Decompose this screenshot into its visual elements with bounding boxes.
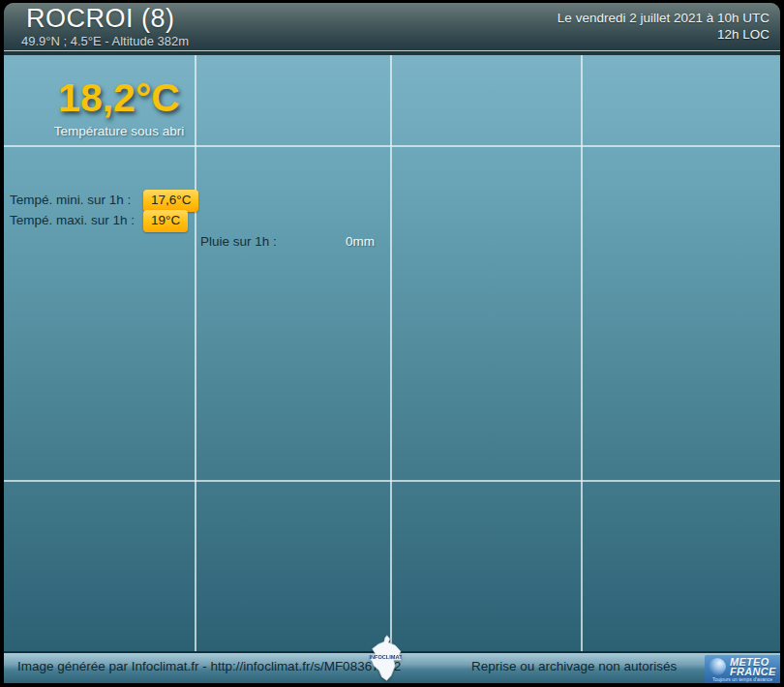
rain-label: Pluie sur 1h : [200, 232, 346, 252]
copyright-notice: Reprise ou archivage non autorisés [471, 659, 677, 673]
temp-min-label: Tempé. mini. sur 1h : [10, 191, 143, 210]
meteo-france-logo: METEO FRANCE Toujours un temps d'avance [705, 655, 780, 683]
datetime-local: 12h LOC [558, 26, 769, 43]
datetime-utc: Le vendredi 2 juillet 2021 à 10h UTC [558, 10, 769, 26]
infoclimat-logo: INFOCLIMAT [370, 635, 402, 682]
grid-line-horizontal [4, 145, 780, 147]
datetime-block: Le vendredi 2 juillet 2021 à 10h UTC 12h… [558, 10, 769, 43]
rain-value: 0mm [346, 234, 375, 249]
current-temperature-value: 18,2°C [39, 75, 199, 121]
station-coordinates: 49.9°N ; 4.5°E - Altitude 382m [21, 34, 189, 48]
header: ROCROI (8) 49.9°N ; 4.5°E - Altitude 382… [4, 3, 780, 50]
rain-row: Pluie sur 1h :0mm [200, 231, 375, 251]
temp-min-row: Tempé. mini. sur 1h :17,6°C [10, 190, 198, 209]
weather-widget: ROCROI (8) 49.9°N ; 4.5°E - Altitude 382… [4, 3, 780, 683]
meteo-france-wordmark: METEO FRANCE [730, 657, 776, 676]
temp-min-value-badge: 17,6°C [143, 190, 198, 212]
france-map-icon: INFOCLIMAT [370, 635, 402, 682]
temp-max-value-badge: 19°C [143, 210, 188, 232]
current-temperature-block: 18,2°C Température sous abri [39, 75, 199, 138]
meteo-france-tagline: Toujours un temps d'avance [705, 676, 780, 682]
main-panel: 18,2°C Température sous abri Tempé. mini… [4, 55, 780, 651]
grid-line-horizontal [4, 480, 780, 482]
temp-max-row: Tempé. maxi. sur 1h :19°C [10, 210, 188, 229]
temp-max-label: Tempé. maxi. sur 1h : [10, 211, 143, 230]
infoclimat-wordmark: INFOCLIMAT [370, 654, 402, 660]
station-title: ROCROI (8) [26, 4, 175, 34]
attribution-link[interactable]: Image générée par Infoclimat.fr - http:/… [17, 659, 401, 673]
meteo-france-globe-icon [709, 658, 726, 675]
meteo-france-line2: FRANCE [730, 667, 776, 676]
current-temperature-label: Température sous abri [39, 124, 199, 138]
